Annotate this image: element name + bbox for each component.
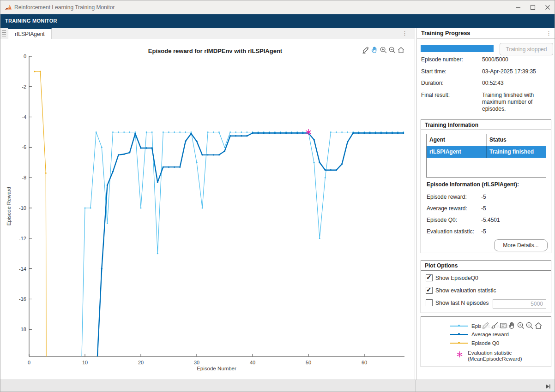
show-last-n-episodes-checkbox[interactable] [426,299,433,306]
document-tab-strip: rILSPIAgent ⋮ [0,28,415,39]
skip-to-end-icon[interactable] [545,383,551,392]
svg-text:-16: -16 [19,296,26,302]
field-value: 5000/5000 [482,56,552,63]
field-value: -5 [481,194,486,200]
svg-text:-12: -12 [19,236,26,241]
tab-label: rILSPIAgent [15,31,45,37]
ribbon-tab-training-monitor[interactable]: TRAINING MONITOR [5,18,57,24]
svg-text:-18: -18 [19,327,26,332]
chart-title: Episode reward for rIMDPEnv with rILSPIA… [148,48,283,54]
chart-panel: Episode reward for rIMDPEnv with rILSPIA… [0,39,415,380]
chart-axes: 01020304050600-2-4-6-8-10-12-14-16-18 [19,53,404,365]
training-information-title: Training Information [421,120,551,130]
field-label: Final result: [421,92,450,98]
data-tips-icon[interactable] [499,321,507,330]
tab-strip-kebab-icon[interactable]: ⋮ [402,30,408,36]
episode-information-title: Episode Information (rILSPIAgent): [427,181,519,188]
legend-entry-average-reward[interactable]: Average reward [421,331,509,338]
matlab-logo-icon [5,4,12,11]
training-information-box: Training Information Agent Status rILSPI… [421,119,551,253]
checkbox-label: Show EpisodeQ0 [435,275,478,281]
maximize-button[interactable] [526,2,540,12]
svg-text:-2: -2 [22,84,26,89]
zoom-in-icon[interactable] [379,46,388,54]
zoom-out-icon[interactable] [388,46,397,54]
svg-text:40: 40 [250,360,255,365]
episode-reward-line-swatch [450,326,468,327]
field-label: Duration: [421,80,444,86]
chart-xlabel: Episode Number [197,366,236,371]
training-progress-bar [421,45,494,52]
field-value: -5 [481,228,486,235]
checkbox-label: Show evaluation statistic [435,287,496,294]
svg-text:-10: -10 [19,205,26,211]
field-value: Training finished with maximum number of… [482,92,552,113]
episode-q0-line-swatch [450,343,468,344]
column-status: Status [487,134,546,146]
svg-text:30: 30 [194,360,199,365]
agent-cell: rILSPIAgent [427,146,487,158]
tab-rilspiagent[interactable]: rILSPIAgent [8,28,52,39]
axes-toolbar [362,45,405,55]
agent-status-table[interactable]: Agent Status rILSPIAgent Training finish… [426,134,546,178]
window-title: Reinforcement Learning Training Monitor [14,4,115,11]
svg-text:50: 50 [306,360,311,365]
svg-text:0: 0 [28,360,30,365]
ribbon: TRAINING MONITOR [0,14,555,28]
status-cell: Training finished [487,146,546,158]
field-value: 03-Apr-2025 17:39:35 [482,68,552,75]
show-episodeq0-checkbox[interactable]: ✓ [426,274,433,281]
svg-text:20: 20 [138,360,144,365]
panel-kebab-icon[interactable]: ⋮ [546,30,552,36]
edit-plot-icon[interactable] [362,46,370,54]
titlebar: Reinforcement Learning Training Monitor [0,0,555,15]
restore-view-icon[interactable] [397,46,405,54]
field-value: 00:52:43 [482,80,552,87]
legend-label: Average reward [471,332,509,337]
field-value: -5.4501 [481,217,500,223]
evaluation-statistic-asterisk-swatch [456,351,463,360]
svg-text:-8: -8 [22,175,26,180]
field-label: Start time: [421,68,446,75]
legend-entry-evaluation-statistic[interactable]: Evaluation statistic (MeanEpisodeReward) [421,352,463,358]
zoom-out-icon[interactable] [525,321,534,330]
show-evaluation-statistic-row[interactable]: ✓ Show evaluation statistic [426,286,496,294]
field-label: Episode reward: [427,194,467,200]
panel-header: Training Progress ⋮ [417,28,555,39]
field-label: Evaluation statistic: [427,228,474,235]
app-window: Reinforcement Learning Training Monitor … [0,0,555,392]
table-row[interactable]: rILSPIAgent Training finished [427,146,546,158]
legend-label: Evaluation statistic (MeanEpisodeReward) [468,350,537,362]
table-header-row: Agent Status [427,134,546,146]
average-reward-line-swatch [450,334,468,335]
show-evaluation-statistic-checkbox[interactable]: ✓ [426,287,433,294]
panel-divider [415,380,416,392]
show-last-n-episodes-row[interactable]: Show last N episodes [426,299,489,307]
field-label: Average reward: [427,205,467,212]
minimize-button[interactable] [511,2,525,12]
chart-ylabel: Episode Reward [6,187,12,226]
legend-axes-toolbar [481,321,550,330]
field-value: -5 [481,205,486,212]
last-n-episodes-input[interactable] [493,299,546,309]
legend-label: Episode Q0 [471,340,499,346]
progress-fill [421,45,494,52]
edit-plot-icon[interactable] [481,321,490,330]
brush-icon[interactable] [490,321,499,330]
svg-text:-14: -14 [19,266,26,272]
restore-view-icon[interactable] [534,321,543,330]
pan-icon[interactable] [370,46,379,54]
reward-chart[interactable]: Episode reward for rIMDPEnv with rILSPIA… [0,39,415,380]
zoom-in-icon[interactable] [516,321,525,330]
field-label: Episode Q0: [427,217,457,223]
svg-text:-6: -6 [22,144,26,150]
close-button[interactable] [541,2,555,12]
svg-text:-4: -4 [22,114,26,120]
more-details-button[interactable]: More Details... [494,239,548,251]
pan-icon[interactable] [507,321,516,330]
training-stopped-button[interactable]: Training stopped [500,43,553,55]
svg-text:0: 0 [24,53,26,59]
show-episodeq0-row[interactable]: ✓ Show EpisodeQ0 [426,274,478,282]
panel-grip-icon[interactable] [2,30,6,36]
legend-entry-episode-q0[interactable]: Episode Q0 [421,340,499,346]
